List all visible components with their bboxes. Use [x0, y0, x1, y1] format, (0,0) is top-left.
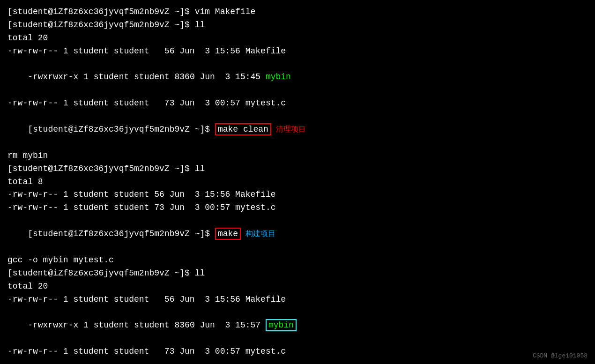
- line-7-make-clean: [student@iZf8z6xc36jyvqf5m2nb9vZ ~]$ mak…: [7, 110, 588, 149]
- line-9: [student@iZf8z6xc36jyvqf5m2nb9vZ ~]$ ll: [7, 163, 588, 176]
- make-command: make: [215, 228, 241, 240]
- line-13-make: [student@iZf8z6xc36jyvqf5m2nb9vZ ~]$ mak…: [7, 215, 588, 254]
- line-18-mybin-boxed: -rwxrwxr-x 1 student student 8360 Jun 3 …: [7, 306, 588, 345]
- csdn-watermark: CSDN @lge101058: [533, 352, 588, 359]
- line-1: [student@iZf8z6xc36jyvqf5m2nb9vZ ~]$ vim…: [7, 6, 588, 19]
- line-4: -rw-rw-r-- 1 student student 56 Jun 3 15…: [7, 45, 588, 58]
- line-10: total 8: [7, 176, 588, 189]
- annotation-make: 构建项目: [245, 230, 275, 238]
- mybin-green-1: mybin: [266, 72, 291, 82]
- line-2: [student@iZf8z6xc36jyvqf5m2nb9vZ ~]$ ll: [7, 19, 588, 32]
- make-clean-command: make clean: [215, 123, 271, 135]
- line-17: -rw-rw-r-- 1 student student 56 Jun 3 15…: [7, 293, 588, 306]
- line-16: total 20: [7, 280, 588, 293]
- line-11: -rw-rw-r-- 1 student student 56 Jun 3 15…: [7, 188, 588, 201]
- line-20-cursor: [student@iZf8z6xc36jyvqf5m2nb9vZ ~]$: [7, 358, 588, 364]
- terminal: [student@iZf8z6xc36jyvqf5m2nb9vZ ~]$ vim…: [0, 0, 595, 364]
- prompt-make: [student@iZf8z6xc36jyvqf5m2nb9vZ ~]$: [28, 229, 215, 238]
- line-19: -rw-rw-r-- 1 student student 73 Jun 3 00…: [7, 345, 588, 358]
- file-perms-2: -rwxrwxr-x 1 student student 8360 Jun 3 …: [28, 320, 266, 330]
- annotation-clean: 清理项目: [276, 126, 306, 134]
- line-3: total 20: [7, 32, 588, 45]
- line-12: -rw-rw-r-- 1 student student 73 Jun 3 00…: [7, 201, 588, 215]
- mybin-cyan-boxed: mybin: [266, 319, 297, 331]
- line-15: [student@iZf8z6xc36jyvqf5m2nb9vZ ~]$ ll: [7, 267, 588, 280]
- line-8: rm mybin: [7, 149, 588, 163]
- line-5: -rwxrwxr-x 1 student student 8360 Jun 3 …: [7, 58, 588, 97]
- prompt-make-clean: [student@iZf8z6xc36jyvqf5m2nb9vZ ~]$: [28, 125, 215, 134]
- line-14: gcc -o mybin mytest.c: [7, 254, 588, 267]
- line-6: -rw-rw-r-- 1 student student 73 Jun 3 00…: [7, 97, 588, 110]
- file-perms-1: -rwxrwxr-x 1 student student 8360 Jun 3 …: [28, 72, 266, 82]
